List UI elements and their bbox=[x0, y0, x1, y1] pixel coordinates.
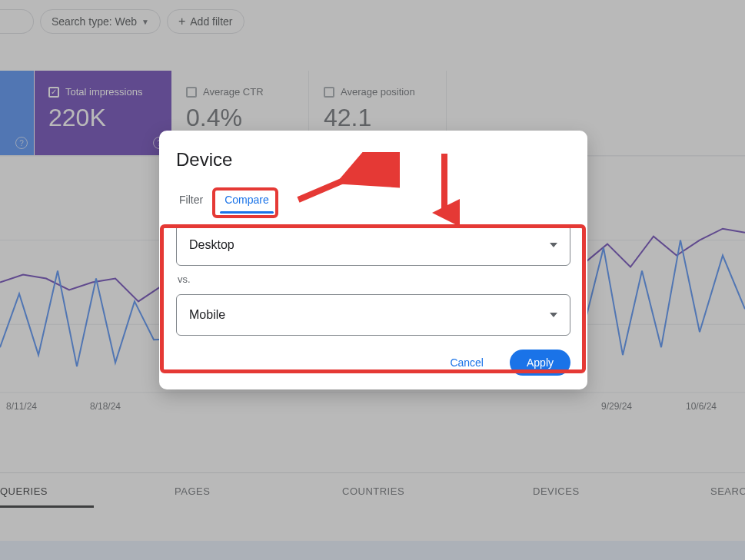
annotation-highlight-selects bbox=[160, 224, 586, 373]
annotation-highlight-compare bbox=[212, 187, 278, 218]
annotation-arrow-icon bbox=[284, 152, 400, 214]
annotation-arrow-icon bbox=[429, 150, 460, 227]
modal-tab-filter[interactable]: Filter bbox=[176, 189, 206, 210]
svg-line-4 bbox=[298, 160, 392, 200]
